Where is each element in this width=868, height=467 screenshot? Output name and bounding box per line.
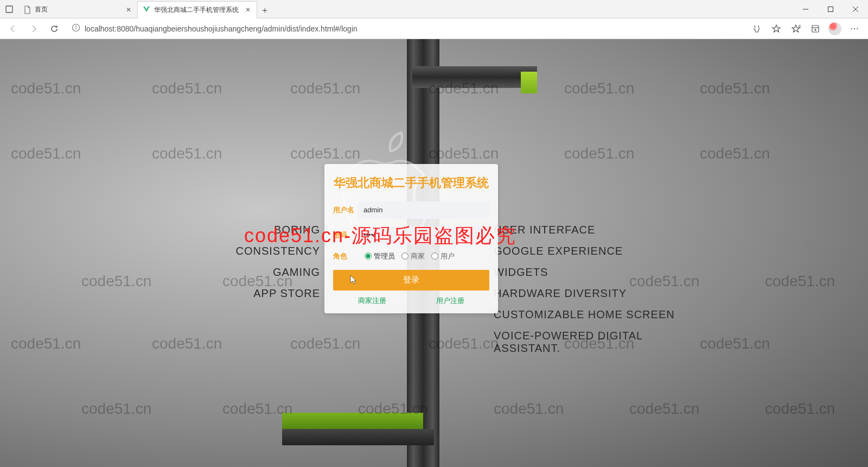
left-text-column: BORING CONSISTENCY GAMING APP STORE xyxy=(222,224,320,308)
user-register-link[interactable]: 用户注册 xyxy=(436,296,464,306)
tab-home[interactable]: 首页 ✕ xyxy=(18,1,138,18)
tab-actions-icon[interactable] xyxy=(0,0,18,18)
role-radio-admin[interactable]: 管理员 xyxy=(365,251,395,261)
username-input[interactable] xyxy=(358,201,489,219)
vue-icon xyxy=(142,5,151,14)
login-title: 华强北商城二手手机管理系统 xyxy=(333,175,489,192)
favorites-list-icon[interactable] xyxy=(787,20,805,38)
decor-horizontal-bar xyxy=(412,66,537,88)
file-icon xyxy=(23,5,31,14)
svg-rect-2 xyxy=(828,7,833,11)
merchant-register-link[interactable]: 商家注册 xyxy=(358,296,386,306)
collections-icon[interactable] xyxy=(806,20,825,38)
password-input[interactable] xyxy=(358,226,489,244)
menu-icon[interactable]: ⋯ xyxy=(845,20,864,38)
minimize-button[interactable] xyxy=(793,0,818,18)
url-text: localhost:8080/huaqiangbeiershoushojiush… xyxy=(85,24,358,33)
role-label: 角色 xyxy=(333,251,358,261)
close-window-button[interactable] xyxy=(843,0,868,18)
maximize-button[interactable] xyxy=(818,0,843,18)
decor-bottom-green-bar xyxy=(282,413,423,429)
tab-title: 首页 xyxy=(35,5,121,14)
address-bar: localhost:8080/huaqiangbeiershoushojiush… xyxy=(0,18,868,39)
site-info-icon[interactable] xyxy=(72,23,80,34)
read-aloud-icon[interactable] xyxy=(748,20,766,38)
decor-bottom-dark-bar xyxy=(282,429,434,445)
cursor-icon xyxy=(348,274,357,287)
decor-green-block xyxy=(521,72,537,93)
password-label: 密码 xyxy=(333,230,358,240)
login-button[interactable]: 登录 xyxy=(333,270,489,291)
tab-title: 华强北商城二手手机管理系统 xyxy=(154,5,240,15)
browser-titlebar: 首页 ✕ 华强北商城二手手机管理系统 ✕ ＋ xyxy=(0,0,868,18)
role-radio-user[interactable]: 用户 xyxy=(431,251,455,261)
tab-admin[interactable]: 华强北商城二手手机管理系统 ✕ xyxy=(138,1,257,18)
url-input[interactable]: localhost:8080/huaqiangbeiershoushojiush… xyxy=(66,21,744,37)
login-card: 华强北商城二手手机管理系统 用户名 密码 角色 管理员 商家 用户 登 xyxy=(324,164,498,313)
close-icon[interactable]: ✕ xyxy=(124,5,133,14)
role-radio-merchant[interactable]: 商家 xyxy=(401,251,425,261)
svg-point-7 xyxy=(76,26,76,27)
profile-icon[interactable] xyxy=(826,20,844,38)
forward-button[interactable] xyxy=(25,20,42,37)
close-icon[interactable]: ✕ xyxy=(244,5,252,14)
username-label: 用户名 xyxy=(333,205,358,215)
favorite-icon[interactable] xyxy=(767,20,786,38)
right-text-column: USER INTERFACE GOOGLE EXPERIENCE WIDGETS… xyxy=(494,224,678,363)
svg-rect-0 xyxy=(6,6,12,12)
refresh-button[interactable] xyxy=(46,20,63,37)
new-tab-button[interactable]: ＋ xyxy=(257,3,272,18)
page-content: BORING CONSISTENCY GAMING APP STORE USER… xyxy=(0,39,868,467)
back-button[interactable] xyxy=(4,20,22,37)
